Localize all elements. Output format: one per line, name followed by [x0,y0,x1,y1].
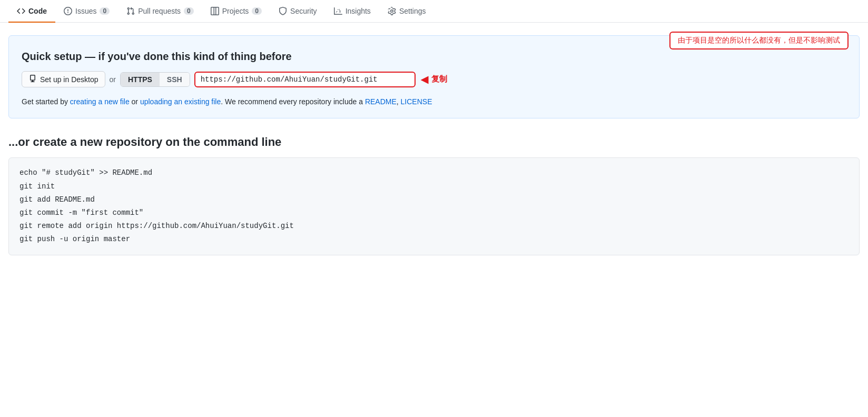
tab-settings-label: Settings [399,7,426,15]
repo-url-input[interactable]: https://github.com/AhuiYuan/studyGit.git [194,72,416,87]
url-row: https://github.com/AhuiYuan/studyGit.git… [194,72,447,87]
license-link[interactable]: LICENSE [401,97,432,106]
code-line-6: git push -u origin master [19,233,849,246]
tab-issues-label: Issues [75,7,96,15]
tab-pull-requests[interactable]: Pull requests 0 [118,1,202,23]
insights-icon [334,7,342,15]
ssh-tab[interactable]: SSH [160,73,190,86]
https-tab[interactable]: HTTPS [121,73,160,86]
quick-setup-box: 由于项目是空的所以什么都没有，但是不影响测试 Quick setup — if … [8,35,860,118]
upload-file-link[interactable]: uploading an existing file [140,97,221,106]
tab-settings[interactable]: Settings [379,1,435,23]
setup-desktop-button[interactable]: Set up in Desktop [22,71,105,87]
setup-desktop-label: Set up in Desktop [40,75,98,84]
command-line-section: ...or create a new repository on the com… [8,135,860,255]
command-line-title: ...or create a new repository on the com… [8,135,860,149]
main-content: 由于项目是空的所以什么都没有，但是不影响测试 Quick setup — if … [0,23,868,268]
desktop-icon [28,74,37,84]
tab-insights[interactable]: Insights [326,1,379,23]
readme-link[interactable]: README [365,97,397,106]
get-started-text: Get started by creating a new file or up… [22,96,846,107]
settings-icon [388,7,396,15]
copy-label: 复制 [431,74,447,84]
code-icon [17,7,25,15]
code-line-1: echo "# studyGit" >> README.md [19,166,849,180]
tab-projects-label: Projects [222,7,249,15]
annotation-bubble: 由于项目是空的所以什么都没有，但是不影响测试 [669,32,849,49]
or-text: or [110,75,116,84]
code-line-3: git add README.md [19,193,849,206]
copy-arrow-container: ◀ 复制 [421,74,447,85]
quick-setup-title: Quick setup — if you've done this kind o… [22,51,846,63]
code-line-2: git init [19,180,849,193]
tab-insights-label: Insights [346,7,371,15]
code-line-4: git commit -m "first commit" [19,206,849,220]
security-icon [279,7,287,15]
tab-pr-label: Pull requests [138,7,181,15]
tab-projects[interactable]: Projects 0 [202,1,270,23]
code-block: echo "# studyGit" >> README.md git init … [8,157,860,255]
code-line-5: git remote add origin https://github.com… [19,220,849,233]
tab-issues[interactable]: Issues 0 [55,1,118,23]
tab-security-label: Security [290,7,317,15]
issues-icon [64,7,72,15]
create-file-link[interactable]: creating a new file [70,97,130,106]
pr-badge: 0 [184,7,194,15]
tab-code-label: Code [28,7,47,15]
arrow-left-icon: ◀ [421,74,428,85]
protocol-tabs: HTTPS SSH [120,72,190,87]
pr-icon [126,7,135,15]
repo-nav-tabs: Code Issues 0 Pull requests 0 Projects 0 [0,0,868,23]
setup-controls: Set up in Desktop or HTTPS SSH https://g… [22,71,846,87]
tab-security[interactable]: Security [270,1,326,23]
repo-url-text: https://github.com/AhuiYuan/studyGit.git [201,75,409,84]
projects-icon [211,7,219,15]
projects-badge: 0 [252,7,262,15]
issues-badge: 0 [100,7,110,15]
tab-code[interactable]: Code [8,1,55,23]
